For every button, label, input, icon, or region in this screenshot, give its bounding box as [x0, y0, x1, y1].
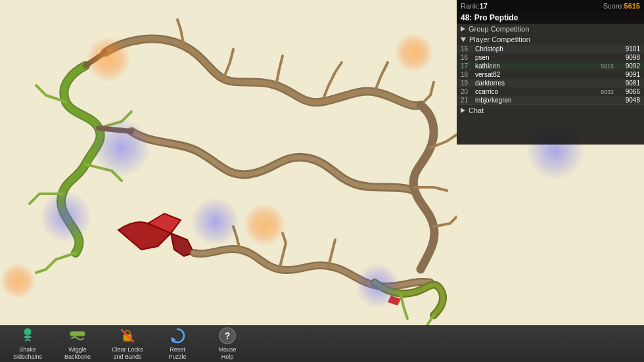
reset-puzzle-icon: [168, 327, 187, 345]
toolbar-clear-locks-button[interactable]: Clear Locksand Bands: [105, 327, 150, 360]
player-rank: 17: [461, 62, 475, 70]
chat-label: Chat: [469, 106, 484, 114]
player-rank: 15: [461, 45, 475, 53]
group-competition-expand-icon: [461, 26, 465, 32]
player-name: psen: [475, 54, 587, 61]
group-competition-row[interactable]: Group Competition: [457, 24, 644, 34]
player-score: 9101: [614, 45, 640, 53]
player-row[interactable]: 18 versat82 9091: [457, 70, 644, 79]
player-score: 9081: [614, 79, 640, 87]
bottom-toolbar: ShakeSidechains WiggleBackbone Clear Loc…: [0, 325, 644, 362]
reset-puzzle-label: ResetPuzzle: [168, 346, 186, 361]
player-name: Christoph: [475, 45, 587, 53]
wiggle-backbone-icon: [68, 327, 87, 345]
clear-locks-label: Clear Locksand Bands: [112, 346, 143, 361]
player-extra-score: 5015: [587, 63, 614, 70]
player-score: 9098: [614, 54, 640, 61]
player-score: 9048: [614, 97, 640, 104]
player-name: ccarrico: [475, 88, 587, 95]
score-value: 5615: [624, 2, 640, 10]
svg-rect-2: [70, 332, 85, 336]
player-rank: 16: [461, 54, 475, 61]
puzzle-name: Pro Peptide: [474, 13, 518, 22]
svg-rect-0: [0, 0, 457, 325]
right-panel: Rank: 17 Score: 5615 48: Pro Peptide Gro…: [457, 0, 644, 145]
player-name: kathleen: [475, 62, 587, 70]
score-label: Score:: [603, 2, 624, 10]
toolbar-reset-puzzle-button[interactable]: ResetPuzzle: [155, 327, 200, 360]
player-rank: 21: [461, 97, 475, 104]
toolbar-shake-sidechains-button[interactable]: ShakeSidechains: [5, 327, 50, 360]
svg-point-1: [24, 328, 31, 335]
player-rank: 18: [461, 71, 475, 78]
player-competition-collapse-icon: [461, 37, 466, 42]
svg-text:?: ?: [225, 330, 231, 341]
toolbar-wiggle-backbone-button[interactable]: WiggleBackbone: [55, 327, 100, 360]
game-viewport: Rank: 17 Score: 5615 48: Pro Peptide Gro…: [0, 0, 644, 362]
player-competition-label: Player Competition: [469, 35, 530, 43]
clear-locks-icon: [118, 327, 137, 345]
player-row[interactable]: 20 ccarrico 9032 9066: [457, 87, 644, 96]
player-extra-score: 9032: [587, 89, 614, 95]
puzzle-title: 48: Pro Peptide: [457, 12, 644, 24]
player-score: 9091: [614, 71, 640, 78]
player-row[interactable]: 16 psen 9098: [457, 53, 644, 62]
player-score: 9092: [614, 62, 640, 70]
rank-value: 17: [480, 2, 488, 10]
player-row[interactable]: 21 mbjorkegren 9048: [457, 96, 644, 104]
toolbar-mouse-help-button[interactable]: ? MouseHelp: [205, 327, 250, 360]
player-row[interactable]: 19 darktorres 9081: [457, 79, 644, 87]
player-name: mbjorkegren: [475, 97, 587, 104]
protein-canvas[interactable]: [0, 0, 457, 325]
mouse-help-icon: ?: [218, 327, 237, 345]
player-name: darktorres: [475, 79, 587, 87]
player-rank: 19: [461, 79, 475, 87]
player-table: 15 Christoph 9101 16 psen 9098 17 kathle…: [457, 45, 644, 104]
player-score: 9066: [614, 88, 640, 95]
chat-expand-icon: [461, 108, 465, 113]
chat-row[interactable]: Chat: [457, 104, 644, 116]
wiggle-backbone-label: WiggleBackbone: [64, 346, 91, 361]
player-row[interactable]: 17 kathleen 5015 9092: [457, 62, 644, 70]
protein-structure: [0, 0, 457, 325]
shake-sidechains-label: ShakeSidechains: [13, 346, 42, 361]
group-competition-label: Group Competition: [469, 25, 529, 33]
shake-sidechains-icon: [18, 327, 37, 345]
rank-score-bar: Rank: 17 Score: 5615: [457, 0, 644, 12]
puzzle-number: 48:: [461, 13, 472, 22]
player-rank: 20: [461, 88, 475, 95]
player-name: versat82: [475, 71, 587, 78]
mouse-help-label: MouseHelp: [218, 346, 236, 361]
player-competition-row[interactable]: Player Competition: [457, 34, 644, 45]
player-row[interactable]: 15 Christoph 9101: [457, 45, 644, 53]
rank-label: Rank:: [461, 2, 480, 10]
